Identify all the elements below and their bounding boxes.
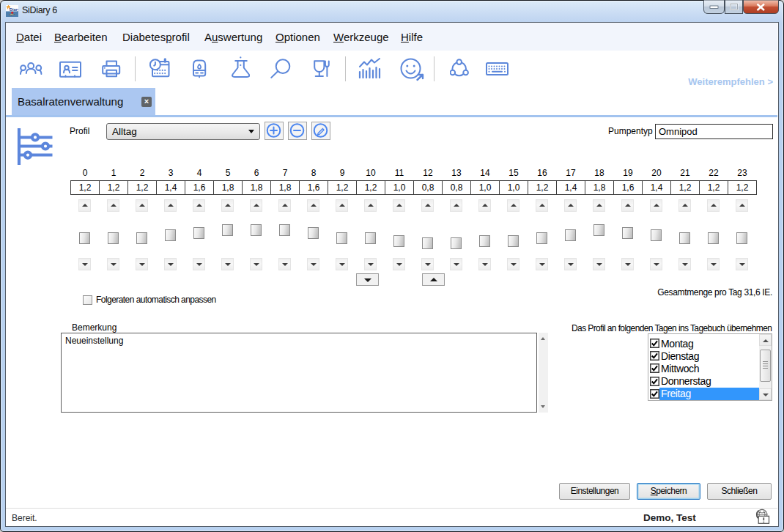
svg-text:Diary: Diary — [10, 7, 18, 12]
